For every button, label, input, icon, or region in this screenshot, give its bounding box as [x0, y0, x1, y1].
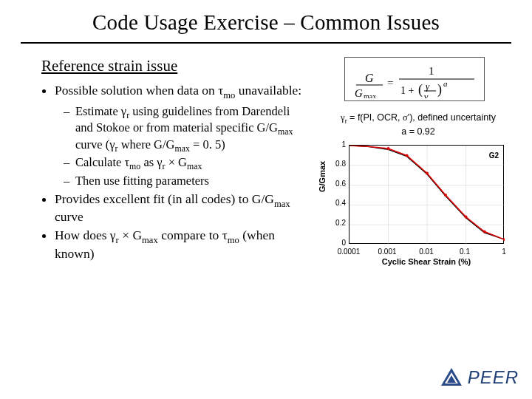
subbullet-2: Calculate τmo as γr × Gmax: [75, 155, 307, 172]
caption-line1: γr = f(PI, OCR, σ'), defined uncertainty: [341, 112, 496, 123]
svg-point-23: [406, 154, 409, 157]
slide-title: Code Usage Exercise – Common Issues: [0, 0, 532, 35]
chart-legend: G2: [489, 151, 499, 160]
ytick-3: 0.6: [331, 180, 346, 188]
ytick-2: 0.4: [331, 199, 346, 207]
subheading: Reference strain issue: [41, 57, 307, 75]
xtick-2: 0.01: [419, 248, 433, 256]
bullet-list: Possible solution when data on τmo unava…: [41, 83, 307, 262]
svg-text:r: r: [430, 95, 433, 98]
ytick-1: 0.2: [331, 219, 346, 227]
svg-point-27: [483, 231, 486, 233]
caption-line2: a = 0.92: [401, 126, 435, 137]
ytick-4: 0.8: [331, 160, 346, 168]
svg-point-24: [426, 172, 429, 175]
right-column: G G max = 1 1 + ( γ γ r ) a: [307, 57, 514, 266]
chart-caption: γr = f(PI, OCR, σ'), defined uncertainty…: [322, 112, 514, 137]
peer-logo-icon: [440, 366, 463, 389]
svg-text:1 +: 1 +: [400, 85, 415, 96]
ytick-5: 1: [331, 140, 346, 149]
svg-text:γ: γ: [424, 91, 429, 98]
svg-text:=: =: [387, 77, 393, 89]
svg-point-26: [465, 216, 468, 219]
bullet-3: How does γr × Gmax compare to τmo (when …: [55, 228, 307, 262]
subbullet-list-1: Estimate γr using guidelines from Darend…: [55, 104, 307, 188]
xtick-1: 0.001: [378, 248, 396, 256]
svg-text:G: G: [365, 72, 374, 84]
svg-text:1: 1: [429, 65, 434, 77]
formula-box: G G max = 1 1 + ( γ γ r ) a: [344, 57, 485, 101]
svg-text:): ): [437, 82, 442, 98]
left-column: Reference strain issue Possible solution…: [41, 57, 307, 266]
slide-body: Reference strain issue Possible solution…: [0, 44, 532, 266]
svg-text:a: a: [443, 79, 448, 88]
svg-point-22: [387, 147, 390, 150]
peer-logo: PEER: [440, 366, 519, 389]
chart-ylabel: G/Gmax: [318, 161, 327, 192]
ytick-0: 0: [331, 239, 346, 247]
chart-xlabel: Cyclic Shear Strain (%): [349, 257, 504, 266]
peer-logo-text: PEER: [468, 367, 519, 388]
svg-text:(: (: [418, 82, 423, 98]
xtick-0: 0.0001: [338, 248, 361, 256]
svg-text:max: max: [364, 92, 376, 98]
subbullet-3: Then use fitting parameters: [75, 174, 307, 188]
formula-svg: G G max = 1 1 + ( γ γ r ) a: [352, 60, 477, 98]
svg-point-25: [444, 194, 447, 197]
modulus-reduction-chart: G/Gmax: [315, 140, 513, 266]
subbullet-1: Estimate γr using guidelines from Darend…: [75, 104, 307, 154]
bullet-2: Provides excellent fit (in all codes) to…: [55, 191, 307, 225]
slide: Code Usage Exercise – Common Issues Refe…: [0, 0, 532, 399]
svg-text:γ: γ: [426, 81, 430, 92]
xtick-3: 0.1: [460, 248, 470, 256]
chart-plot-area: G2: [349, 145, 504, 244]
chart-svg: [349, 146, 505, 245]
bullet-1: Possible solution when data on τmo unava…: [55, 83, 307, 188]
xtick-4: 1: [502, 248, 506, 256]
svg-text:G: G: [355, 87, 363, 98]
